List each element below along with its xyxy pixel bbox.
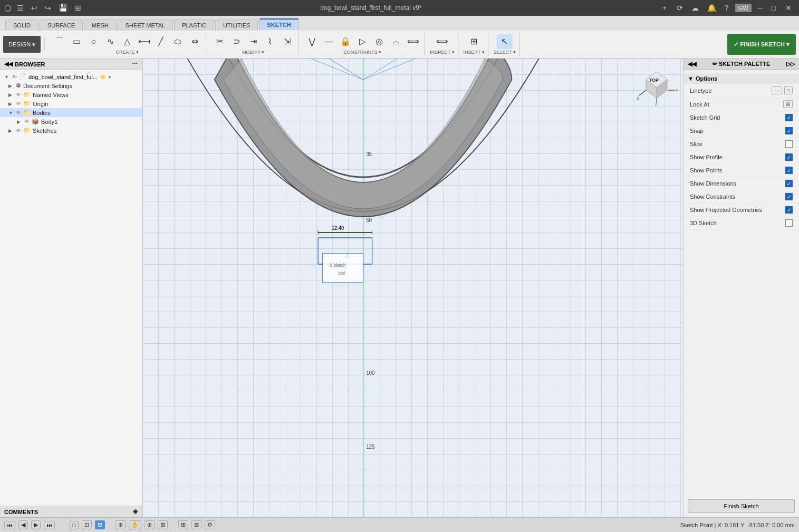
tree-item-sketches[interactable]: ▶ 👁 📁 Sketches (0, 126, 142, 135)
tab-mesh[interactable]: MESH (84, 20, 117, 31)
star-icon[interactable]: ⭐ (100, 74, 106, 80)
settings-icon-btn[interactable]: ⚙ (205, 520, 215, 529)
tab-sketch[interactable]: SKETCH (259, 18, 299, 31)
scissors-tool-btn[interactable]: ✂ (211, 34, 227, 49)
eye-icon-body1[interactable]: 👁 (24, 119, 30, 124)
spline-tool-btn[interactable]: ∿ (102, 34, 118, 49)
eye-icon-sketches[interactable]: 👁 (16, 128, 21, 133)
show-dimensions-control[interactable]: ✓ (785, 180, 793, 187)
tree-item-origin[interactable]: ▶ 👁 📁 Origin (0, 99, 142, 108)
select-btn[interactable]: ↖ (497, 34, 513, 49)
tab-utilities[interactable]: UTILITIES (215, 20, 258, 31)
show-projected-checkbox[interactable]: ✓ (785, 206, 793, 214)
browser-refresh-icon[interactable]: ⟳ (675, 3, 685, 13)
view-orbit-btn[interactable]: ⊕ (115, 520, 126, 529)
linetype-dashed-btn[interactable]: □ (784, 86, 793, 94)
notification-icon[interactable]: 🔔 (705, 3, 718, 13)
eye-icon-named-views[interactable]: 👁 (16, 92, 21, 98)
nav-first-btn[interactable]: ⏮ (4, 521, 15, 529)
show-dimensions-checkbox[interactable]: ✓ (785, 180, 793, 187)
nav-last-btn[interactable]: ⏭ (44, 521, 55, 529)
nav-play-btn[interactable]: ▶ (31, 520, 41, 529)
circle-constraint-btn[interactable]: ◎ (371, 34, 387, 49)
view-mode-1-btn[interactable]: □ (70, 521, 79, 529)
maximize-btn[interactable]: □ (769, 3, 778, 13)
offset2-tool-btn[interactable]: ⊃ (228, 34, 244, 49)
nav-prev-btn[interactable]: ◀ (18, 520, 28, 529)
arc-tool-btn[interactable]: ⌒ (52, 34, 68, 49)
eye-icon-root[interactable]: 👁 (12, 74, 17, 80)
view-fit-btn[interactable]: ⊞ (158, 520, 168, 529)
design-dropdown-btn[interactable]: DESIGN ▾ (3, 36, 41, 53)
show-projected-control[interactable]: ✓ (785, 206, 793, 214)
snap-checkbox[interactable]: ✓ (785, 127, 793, 134)
minimize-btn[interactable]: ─ (756, 3, 765, 13)
slice-control[interactable] (785, 140, 793, 148)
sketch-grid-checkbox[interactable]: ✓ (785, 114, 793, 121)
lock-btn[interactable]: 🔒 (338, 34, 353, 49)
view-cube[interactable]: TOP X Z Y (636, 64, 678, 106)
palette-expand-icon[interactable]: ▷▷ (786, 61, 795, 67)
slice-checkbox[interactable] (785, 140, 793, 148)
insert-btn[interactable]: ⊞ (466, 34, 482, 49)
save-btn[interactable]: 💾 (56, 3, 70, 13)
triangle-constraint-btn[interactable]: ▷ (354, 34, 370, 49)
tree-item-body1[interactable]: ▶ 👁 📦 Body1 (0, 117, 142, 126)
lookat-control[interactable]: ⊞ (783, 100, 793, 108)
palette-finish-sketch-btn[interactable]: Finish Sketch (688, 499, 795, 513)
show-constraints-checkbox[interactable]: ✓ (785, 193, 793, 200)
tree-item-doc-settings[interactable]: ▶ ⚙ Document Settings (0, 81, 142, 90)
tree-item-named-views[interactable]: ▶ 👁 📁 Named Views (0, 90, 142, 99)
cam-icon[interactable]: ● (108, 74, 111, 80)
line-tool-btn[interactable]: ╱ (153, 34, 169, 49)
tab-sheet-metal[interactable]: SHEET METAL (118, 20, 173, 31)
3d-sketch-checkbox[interactable] (785, 219, 793, 227)
eye-icon-bodies[interactable]: 👁 (16, 110, 21, 115)
lookat-btn[interactable]: ⊞ (783, 100, 793, 108)
sketch-grid-control[interactable]: ✓ (785, 114, 793, 121)
view-zoom-btn[interactable]: ⊕ (145, 520, 155, 529)
canvas-area[interactable]: 35 50 12.40 ⊘ sketch tool 100 125 (142, 59, 683, 517)
linetype-solid-btn[interactable]: — (772, 86, 782, 94)
undo-btn[interactable]: ↩ (29, 3, 40, 13)
tab-surface[interactable]: SURFACE (40, 20, 83, 31)
circle-tool-btn[interactable]: ○ (85, 34, 101, 49)
show-profile-control[interactable]: ✓ (785, 153, 793, 161)
eye-icon-origin[interactable]: 👁 (16, 101, 21, 107)
rect-tool-btn[interactable]: ▭ (69, 34, 84, 49)
extend-tool-btn[interactable]: ⇥ (245, 34, 261, 49)
collinear-btn[interactable]: — (321, 34, 336, 49)
palette-collapse-icon[interactable]: ◀◀ (688, 61, 696, 67)
measure-btn[interactable]: ⟺ (434, 34, 450, 49)
coincident-btn[interactable]: ⋁ (304, 34, 320, 49)
tab-plastic[interactable]: PLASTIC (174, 20, 214, 31)
redo-btn[interactable]: ↪ (43, 3, 53, 13)
comments-icon[interactable]: ⊕ (133, 508, 138, 515)
3d-sketch-control[interactable] (785, 219, 793, 227)
options-section-header[interactable]: ▼ Options (684, 73, 799, 84)
browser-collapse-icon[interactable]: ◀◀ (4, 61, 13, 67)
break-tool-btn[interactable]: ⌇ (262, 34, 278, 49)
show-profile-checkbox[interactable]: ✓ (785, 153, 793, 161)
snap-control[interactable]: ✓ (785, 127, 793, 134)
linetype-control[interactable]: — □ (772, 86, 793, 94)
tree-item-bodies[interactable]: ▼ 👁 📁 Bodies (0, 108, 142, 117)
scale-tool-btn[interactable]: ⇲ (279, 34, 295, 49)
triangle-tool-btn[interactable]: △ (119, 34, 135, 49)
close-btn[interactable]: ✕ (782, 3, 795, 13)
finish-sketch-btn[interactable]: ✓ FINISH SKETCH ▾ (727, 34, 796, 55)
offset-tool-btn[interactable]: ⟻ (136, 34, 152, 49)
tab-solid[interactable]: SOLID (5, 20, 38, 31)
show-points-checkbox[interactable]: ✓ (785, 167, 793, 174)
browser-options-icon[interactable]: ⋯ (132, 61, 138, 67)
help-icon[interactable]: ? (723, 3, 731, 13)
grid-btn[interactable]: ⊞ (73, 3, 83, 13)
view-mode-3-btn[interactable]: ⊞ (95, 520, 105, 529)
show-points-control[interactable]: ✓ (785, 167, 793, 174)
ellipse-tool-btn[interactable]: ⬭ (170, 34, 186, 49)
tree-item-root[interactable]: ▼ 👁 📄 dog_bowl_stand_first_ful... ⭐ ● (0, 72, 142, 81)
add-tab-btn[interactable]: ＋ (659, 2, 670, 14)
tangent-btn[interactable]: ⌓ (388, 34, 404, 49)
mirror-tool-btn[interactable]: ⇔ (187, 34, 203, 49)
view-pan-btn[interactable]: ✋ (129, 520, 141, 529)
